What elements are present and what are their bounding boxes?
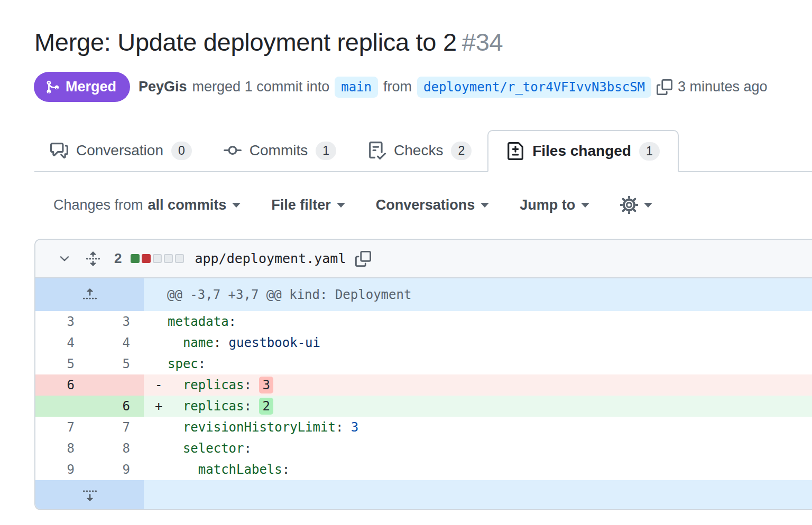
changes-from-label: Changes from <box>53 197 143 213</box>
diff-line-add: 6+ replicas: 2 <box>35 396 812 417</box>
code-token: : <box>214 335 221 350</box>
conversations-dropdown[interactable]: Conversations <box>373 196 493 214</box>
code-token <box>168 420 183 435</box>
file-filter-dropdown[interactable]: File filter <box>268 196 348 214</box>
code-content: - replicas: 3 <box>144 374 812 396</box>
code-token <box>168 378 183 392</box>
tab-nav: Conversation0Commits1Checks2Files change… <box>34 130 812 172</box>
pr-title-text: Merge: Update deployment replica to 2 <box>34 28 457 56</box>
caret-down-icon <box>337 203 345 208</box>
addition-sign: + <box>155 396 162 417</box>
old-line-number[interactable]: 3 <box>35 311 88 332</box>
old-line-number[interactable] <box>35 396 88 417</box>
gear-icon <box>620 196 638 214</box>
old-line-number[interactable]: 9 <box>35 459 88 480</box>
diff-settings-dropdown[interactable] <box>617 195 656 214</box>
caret-down-icon <box>581 203 589 208</box>
changed-lines-count: 2 <box>114 250 122 267</box>
collapse-file-chevron-icon[interactable] <box>58 252 71 266</box>
unfold-file-icon[interactable] <box>85 251 101 267</box>
caret-down-icon <box>644 203 652 208</box>
diff-line-context: 77 revisionHistoryLimit: 3 <box>35 417 812 438</box>
byline: PeyGis merged 1 commit into main from de… <box>139 77 768 98</box>
diff-line-context: 88 selector: <box>35 438 812 459</box>
code-token: spec <box>168 357 198 371</box>
copy-file-path-button[interactable] <box>355 251 371 267</box>
code-token: : <box>244 399 252 414</box>
file-path-link[interactable]: app/deployment.yaml <box>195 251 346 266</box>
code-token: 2 <box>259 398 273 415</box>
jump-to-dropdown[interactable]: Jump to <box>516 196 593 214</box>
old-line-number[interactable]: 4 <box>35 332 88 353</box>
caret-down-icon <box>481 203 489 208</box>
code-token: : <box>244 441 252 456</box>
tab-label: Conversation <box>76 142 163 159</box>
tab-count: 1 <box>316 142 336 160</box>
code-content: name: guestbook-ui <box>144 332 812 353</box>
diff-line-context: 99 matchLabels: <box>35 459 812 480</box>
code-token: : <box>229 314 236 329</box>
tab-files-changed[interactable]: Files changed1 <box>487 130 679 172</box>
status-row: Merged PeyGis merged 1 commit into main … <box>34 72 812 102</box>
new-line-number[interactable]: 8 <box>88 438 144 459</box>
old-line-number[interactable]: 7 <box>35 417 88 438</box>
changes-from-dropdown[interactable]: Changes from all commits <box>50 196 244 214</box>
code-token <box>168 462 198 477</box>
changes-from-value: all commits <box>148 197 227 213</box>
code-content: spec: <box>144 353 812 374</box>
diffstat-square-neutral <box>175 254 184 263</box>
hunk-row: @@ -3,7 +3,7 @@ kind: Deployment <box>35 278 812 311</box>
new-line-number[interactable]: 3 <box>88 311 144 332</box>
copy-icon <box>355 251 371 267</box>
code-token: : <box>336 420 343 435</box>
diffstat-squares <box>131 254 184 263</box>
tab-checks[interactable]: Checks2 <box>352 130 487 171</box>
code-content: selector: <box>144 438 812 459</box>
tab-label: Files changed <box>532 143 631 160</box>
tab-count: 0 <box>171 142 192 160</box>
old-line-number[interactable]: 6 <box>35 374 88 396</box>
head-branch-link[interactable]: deployment/r_tor4VFIvvN3bscSM <box>417 77 651 98</box>
expand-down-button[interactable] <box>35 480 144 509</box>
code-token: : <box>244 378 252 392</box>
deletion-sign: - <box>155 374 162 396</box>
code-token: selector <box>183 441 244 456</box>
merged-state-badge: Merged <box>34 72 130 102</box>
base-branch-link[interactable]: main <box>335 77 378 98</box>
diff-toolbar: Changes from all commits File filter Con… <box>50 195 812 214</box>
copy-branch-button[interactable] <box>657 79 672 95</box>
pr-number: #34 <box>462 28 503 56</box>
checklist-icon <box>368 142 386 160</box>
diffstat-square-neutral <box>153 254 162 263</box>
tab-commits[interactable]: Commits1 <box>208 130 352 171</box>
tab-count: 2 <box>451 142 472 160</box>
new-line-number[interactable]: 5 <box>88 353 144 374</box>
diffstat-square-deletion <box>142 254 151 263</box>
diff-body: @@ -3,7 +3,7 @@ kind: Deployment 33metad… <box>35 278 812 509</box>
old-line-number[interactable]: 8 <box>35 438 88 459</box>
old-line-number[interactable]: 5 <box>35 353 88 374</box>
code-token: revisionHistoryLimit <box>183 420 336 435</box>
new-line-number[interactable]: 6 <box>88 396 144 417</box>
code-content: + replicas: 2 <box>144 396 812 417</box>
code-token: : <box>198 357 206 371</box>
code-content: revisionHistoryLimit: 3 <box>144 417 812 438</box>
code-token: matchLabels <box>198 462 282 477</box>
diff-line-context: 44 name: guestbook-ui <box>35 332 812 353</box>
new-line-number[interactable]: 4 <box>88 332 144 353</box>
new-line-number[interactable] <box>88 374 144 396</box>
code-token: 3 <box>259 377 273 393</box>
tab-conversation[interactable]: Conversation0 <box>34 130 208 171</box>
comment-discussion-icon <box>50 142 68 160</box>
new-line-number[interactable]: 7 <box>88 417 144 438</box>
merge-timestamp: 3 minutes ago <box>678 79 768 95</box>
expand-hunk-up-button[interactable] <box>35 278 144 311</box>
fold-down-icon <box>82 487 98 503</box>
pr-title: Merge: Update deployment replica to 2#34 <box>34 27 812 57</box>
diffstat-square-addition <box>131 254 140 263</box>
author-link[interactable]: PeyGis <box>139 79 187 95</box>
code-token: replicas <box>183 378 244 392</box>
new-line-number[interactable]: 9 <box>88 459 144 480</box>
diff-lines: 33metadata:44 name: guestbook-ui55spec:6… <box>35 311 812 480</box>
code-token <box>168 399 183 414</box>
